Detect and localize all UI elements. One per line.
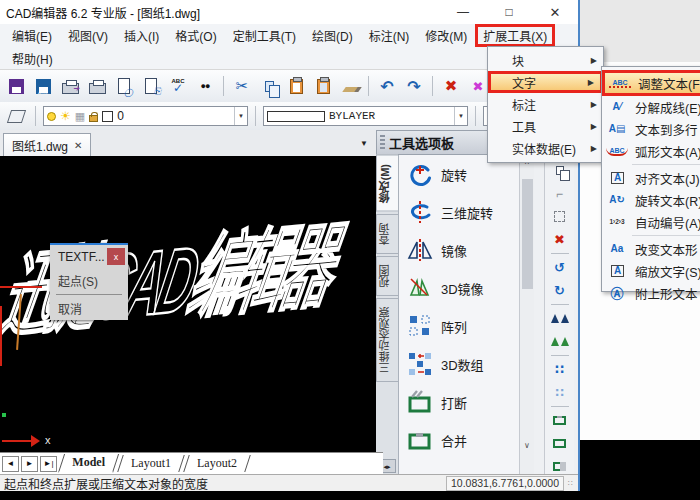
popup-close-icon[interactable]: x xyxy=(107,248,125,265)
export-acis-icon[interactable] xyxy=(31,74,55,98)
fit-text-icon: ABC xyxy=(609,79,631,88)
edit-polyline-icon[interactable]: ⌐ xyxy=(545,182,574,205)
minimize-button[interactable]: — xyxy=(448,2,478,22)
submenu-item-auto-number[interactable]: 1›2›3 自动编号(A) xyxy=(602,211,700,233)
document-tab-close-icon[interactable]: ✕ xyxy=(74,140,82,151)
submenu-item-fit-text[interactable]: ABC 调整文本(F xyxy=(602,70,700,96)
submenu-item-justify-text[interactable]: A 对齐文本(J) xyxy=(602,167,700,189)
mirror-3d-icon[interactable] xyxy=(545,330,574,353)
resize-grip[interactable]: ∷ xyxy=(568,479,578,488)
scrollbar-thumb[interactable] xyxy=(522,179,533,289)
menu-item-entity-data[interactable]: 实体数据(E) ▶ xyxy=(488,137,603,159)
popup-item-cancel[interactable]: 取消 xyxy=(50,296,128,321)
sheet-tab-model[interactable]: Model xyxy=(58,454,119,473)
submenu-item-explode-text[interactable]: A⁄ 分解成线(E) xyxy=(602,96,700,118)
submenu-item-rotate-text[interactable]: A↻ 旋转文本(R) xyxy=(602,189,700,211)
palette-tab-inquiry[interactable]: 查询 xyxy=(376,214,398,254)
tab-list-arrow-icon[interactable]: ▼ xyxy=(360,139,368,148)
palette-tab-3dorbit[interactable]: 三维动态观察 xyxy=(376,298,398,382)
menu-extended-tools[interactable]: 扩展工具(X) xyxy=(475,24,555,47)
tool-join[interactable]: 合并 xyxy=(399,421,519,459)
close-button[interactable]: ✕ xyxy=(540,2,570,22)
submenu-item-arc-text[interactable]: ABC 弧形文本(A) xyxy=(602,140,700,162)
menu-draw[interactable]: 绘图(D) xyxy=(304,24,361,47)
submenu-item-scale-text[interactable]: A 缩放文字(S) xyxy=(602,260,700,282)
palette-tool-list: 旋转 三维旋转 镜像 3D镜像 阵列 3D数组 xyxy=(399,155,519,491)
save-icon[interactable] xyxy=(4,74,28,98)
tool-array[interactable]: 阵列 xyxy=(399,307,519,345)
copy-icon[interactable] xyxy=(257,74,281,98)
join-icon[interactable] xyxy=(545,432,574,455)
page-setup-icon[interactable] xyxy=(139,74,163,98)
undo-icon[interactable]: ↶ xyxy=(375,74,399,98)
sheet-tab-layout1[interactable]: Layout1 xyxy=(117,455,185,472)
document-tab[interactable]: 图纸1.dwg ✕ xyxy=(3,133,91,156)
break-icon[interactable] xyxy=(545,409,574,432)
menu-item-block[interactable]: 块 ▶ xyxy=(488,49,603,71)
layer-dropdown-arrow[interactable]: ▼ xyxy=(234,107,244,125)
tool-3d-array[interactable]: 3D数组 xyxy=(399,345,519,383)
rotate-icon[interactable]: ↺ xyxy=(545,256,574,279)
menu-view[interactable]: 视图(V) xyxy=(60,24,116,47)
menu-item-dimension[interactable]: 标注 ▶ xyxy=(488,93,603,115)
menu-edit[interactable]: 编辑(E) xyxy=(4,24,60,47)
color-dropdown-arrow[interactable]: ▼ xyxy=(454,107,464,125)
spell-check-icon[interactable]: ABC ✓ xyxy=(166,74,190,98)
rotate-3d-icon xyxy=(407,199,433,225)
print-preview-icon[interactable] xyxy=(112,74,136,98)
submenu-item-text-to-mtext[interactable]: A▤ 文本到多行 xyxy=(602,118,700,140)
palette-tab-view[interactable]: 视图 xyxy=(376,256,398,296)
menu-item-tools[interactable]: 工具 ▶ xyxy=(488,115,603,137)
menu-item-text[interactable]: 文字 ▶ xyxy=(488,71,603,93)
mirror-icon xyxy=(407,237,433,263)
tab-nav-first-icon[interactable]: ◄ xyxy=(2,456,19,472)
submenu-arrow-icon: ▶ xyxy=(588,78,594,87)
offset-icon[interactable] xyxy=(545,205,574,228)
rotate-3d-icon[interactable]: ↻ xyxy=(545,279,574,302)
paste-special-icon[interactable] xyxy=(311,74,335,98)
tab-nav-last-icon[interactable]: ►| xyxy=(40,456,57,472)
tool-3d-rotate[interactable]: 三维旋转 xyxy=(399,193,519,231)
drawing-canvas[interactable]: 迅捷CAD编辑器 x TEXTF... x 起点(S) 取消 xyxy=(0,156,383,452)
plot-icon[interactable] xyxy=(58,74,82,98)
array-icon[interactable]: ∷ xyxy=(545,358,574,381)
erase-icon[interactable]: ✖ xyxy=(545,228,574,251)
tool-mirror[interactable]: 镜像 xyxy=(399,231,519,269)
cut-icon[interactable]: ✂ xyxy=(230,74,254,98)
palette-grip[interactable] xyxy=(380,135,385,150)
menu-insert[interactable]: 插入(I) xyxy=(116,24,167,47)
find-icon[interactable]: ●● xyxy=(193,74,217,98)
menu-modify[interactable]: 修改(M) xyxy=(417,24,475,47)
text-submenu: ABC 调整文本(F A⁄ 分解成线(E) A▤ 文本到多行 ABC 弧形文本(… xyxy=(601,66,700,292)
modify-toolbar-vertical: ⌐ ✖ ↺ ↻ ∷ ∷ xyxy=(544,155,574,491)
popup-item-startpoint[interactable]: 起点(S) xyxy=(50,268,128,293)
redo-icon[interactable]: ↷ xyxy=(402,74,426,98)
tool-palette: 工具选项板 修改(M) 查询 视图 三维动态观察 ◂▸ ◂▸ 旋转 三维旋转 镜 xyxy=(376,130,578,491)
tool-break[interactable]: 打断 xyxy=(399,383,519,421)
mirror-icon[interactable] xyxy=(545,307,574,330)
tab-nav-next-icon[interactable]: ► xyxy=(21,456,38,472)
layer-manager-icon[interactable] xyxy=(4,104,28,128)
palette-tab-modify[interactable]: 修改(M) xyxy=(376,155,398,212)
menu-custom-tools[interactable]: 定制工具(T) xyxy=(225,24,304,47)
menu-dimension[interactable]: 标注(N) xyxy=(361,24,418,47)
color-swatch xyxy=(267,111,325,122)
sheet-tab-layout2[interactable]: Layout2 xyxy=(183,455,251,472)
menu-help[interactable]: 帮助(H) xyxy=(4,47,61,70)
array-3d-icon[interactable]: ∷ xyxy=(545,381,574,404)
color-dropdown[interactable]: BYLAYER ▼ xyxy=(263,106,468,126)
erase-icon[interactable]: ✖ xyxy=(439,74,463,98)
match-properties-icon[interactable] xyxy=(338,74,362,98)
tool-3d-mirror[interactable]: 3D镜像 xyxy=(399,269,519,307)
submenu-item-attach-shape-text[interactable]: Ⓐ 附上形文本 xyxy=(602,282,700,304)
scroll-down-icon[interactable]: ∨ xyxy=(520,439,534,453)
menu-format[interactable]: 格式(O) xyxy=(167,24,224,47)
submenu-item-change-text-style[interactable]: Aa 改变文本形 xyxy=(602,238,700,260)
layer-dropdown[interactable]: ☀ ▦ 0 ▼ xyxy=(43,106,248,126)
array-3d-icon xyxy=(407,351,433,377)
palette-scrollbar[interactable]: ∧ ∨ xyxy=(519,155,534,491)
paste-icon[interactable] xyxy=(284,74,308,98)
maximize-button[interactable]: □ xyxy=(494,2,524,22)
print-icon[interactable] xyxy=(85,74,109,98)
submenu-arrow-icon: ▶ xyxy=(591,100,597,109)
